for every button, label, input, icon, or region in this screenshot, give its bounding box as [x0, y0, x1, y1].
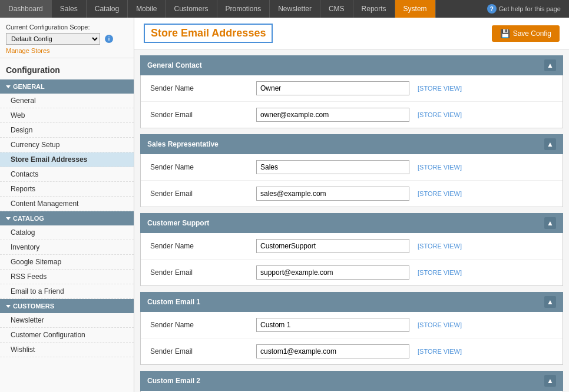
- label-ce1-sender-email: Sender Email: [150, 347, 256, 356]
- section-header-custom-email-1[interactable]: Custom Email 1 ▲: [140, 292, 563, 312]
- general-section-label: GENERAL: [13, 83, 45, 90]
- help-link[interactable]: ? Get help for this page: [479, 0, 569, 18]
- sidebar-item-google-sitemap[interactable]: Google Sitemap: [0, 255, 134, 270]
- nav-sales[interactable]: Sales: [52, 0, 87, 18]
- label-gc-sender-email: Sender Email: [150, 111, 256, 119]
- input-sr-sender-email[interactable]: [256, 187, 409, 201]
- store-view-sr-name[interactable]: [STORE VIEW]: [418, 164, 462, 171]
- label-cs-sender-name: Sender Name: [150, 242, 256, 250]
- help-icon: ?: [487, 4, 497, 14]
- label-ce1-sender-name: Sender Name: [150, 321, 256, 329]
- sidebar-item-contacts[interactable]: Contacts: [0, 167, 134, 182]
- collapse-custom-email-2[interactable]: ▲: [544, 375, 556, 387]
- scope-select[interactable]: Default Config: [6, 33, 100, 45]
- section-header-general-contact[interactable]: General Contact ▲: [140, 55, 563, 75]
- store-view-gc-name[interactable]: [STORE VIEW]: [418, 85, 462, 92]
- field-row-sr-email: Sender Email [STORE VIEW]: [141, 181, 563, 207]
- page-header: Store Email Addresses 💾 Save Config: [134, 18, 569, 49]
- input-cs-sender-name[interactable]: [256, 239, 409, 253]
- nav-promotions[interactable]: Promotions: [217, 0, 270, 18]
- scope-info-icon[interactable]: i: [105, 35, 113, 43]
- nav-system[interactable]: System: [395, 0, 436, 18]
- sidebar-item-design[interactable]: Design: [0, 123, 134, 138]
- input-ce1-sender-email[interactable]: [256, 344, 409, 358]
- sidebar-item-general[interactable]: General: [0, 94, 134, 108]
- config-title: Configuration: [0, 58, 134, 79]
- store-view-cs-name[interactable]: [STORE VIEW]: [418, 242, 462, 250]
- section-title-customer-support: Customer Support: [147, 219, 209, 227]
- sidebar-item-inventory[interactable]: Inventory: [0, 240, 134, 255]
- customers-section-label: CUSTOMERS: [13, 303, 54, 310]
- page-title: Store Email Addresses: [144, 24, 273, 43]
- section-title-custom-email-1: Custom Email 1: [147, 298, 200, 306]
- section-custom-email-1: Custom Email 1 ▲ Sender Name [STORE VIEW…: [140, 292, 563, 365]
- input-cs-sender-email[interactable]: [256, 265, 409, 280]
- sidebar-item-store-email[interactable]: Store Email Addresses: [0, 152, 134, 167]
- field-row-sr-name: Sender Name [STORE VIEW]: [141, 154, 563, 181]
- section-general-contact: General Contact ▲ Sender Name [STORE VIE…: [140, 55, 563, 128]
- nav-newsletter[interactable]: Newsletter: [270, 0, 320, 18]
- customers-arrow-icon: [6, 305, 11, 308]
- nav-reports[interactable]: Reports: [353, 0, 395, 18]
- input-sr-sender-name[interactable]: [256, 160, 409, 174]
- section-body-custom-email-1: Sender Name [STORE VIEW] Sender Email [S…: [140, 312, 563, 365]
- store-view-cs-email[interactable]: [STORE VIEW]: [418, 269, 462, 276]
- sidebar-item-reports[interactable]: Reports: [0, 182, 134, 197]
- label-sr-sender-name: Sender Name: [150, 163, 256, 171]
- field-row-ce1-name: Sender Name [STORE VIEW]: [141, 312, 563, 338]
- collapse-customer-support[interactable]: ▲: [544, 217, 556, 229]
- section-body-sales-rep: Sender Name [STORE VIEW] Sender Email [S…: [140, 154, 563, 207]
- sidebar-section-general[interactable]: GENERAL: [0, 79, 134, 94]
- collapse-general-contact[interactable]: ▲: [544, 59, 556, 71]
- nav-dashboard[interactable]: Dashboard: [0, 0, 52, 18]
- section-header-sales-rep[interactable]: Sales Representative ▲: [140, 134, 563, 154]
- sidebar-item-currency-setup[interactable]: Currency Setup: [0, 138, 134, 152]
- save-config-button[interactable]: 💾 Save Config: [492, 25, 560, 42]
- label-cs-sender-email: Sender Email: [150, 268, 256, 277]
- section-custom-email-2: Custom Email 2 ▲ Sender Name [STORE VIEW…: [140, 371, 563, 392]
- section-title-general-contact: General Contact: [147, 61, 202, 69]
- section-customer-support: Customer Support ▲ Sender Name [STORE VI…: [140, 213, 563, 286]
- nav-mobile[interactable]: Mobile: [128, 0, 166, 18]
- field-row-gc-email: Sender Email [STORE VIEW]: [141, 102, 563, 128]
- sidebar-item-catalog[interactable]: Catalog: [0, 225, 134, 240]
- help-text: Get help for this page: [499, 5, 561, 12]
- store-view-ce1-name[interactable]: [STORE VIEW]: [418, 321, 462, 328]
- collapse-custom-email-1[interactable]: ▲: [544, 296, 556, 308]
- manage-stores-link[interactable]: Manage Stores: [6, 47, 128, 54]
- scope-label: Current Configuration Scope:: [6, 24, 128, 31]
- section-title-custom-email-2: Custom Email 2: [147, 377, 200, 385]
- store-view-sr-email[interactable]: [STORE VIEW]: [418, 190, 462, 197]
- sidebar-item-customer-config[interactable]: Customer Configuration: [0, 328, 134, 343]
- nav-catalog[interactable]: Catalog: [87, 0, 128, 18]
- nav-customers[interactable]: Customers: [166, 0, 217, 18]
- section-sales-rep: Sales Representative ▲ Sender Name [STOR…: [140, 134, 563, 207]
- top-nav: Dashboard Sales Catalog Mobile Customers…: [0, 0, 569, 18]
- save-icon: 💾: [500, 29, 510, 38]
- catalog-section-label: CATALOG: [13, 215, 44, 222]
- section-body-customer-support: Sender Name [STORE VIEW] Sender Email [S…: [140, 233, 563, 286]
- sidebar-section-customers[interactable]: CUSTOMERS: [0, 299, 134, 313]
- store-view-gc-email[interactable]: [STORE VIEW]: [418, 111, 462, 118]
- input-gc-sender-email[interactable]: [256, 108, 409, 122]
- scope-section: Current Configuration Scope: Default Con…: [0, 18, 134, 58]
- field-row-cs-email: Sender Email [STORE VIEW]: [141, 260, 563, 285]
- sidebar-item-content-mgmt[interactable]: Content Management: [0, 197, 134, 211]
- label-gc-sender-name: Sender Name: [150, 84, 256, 92]
- catalog-arrow-icon: [6, 217, 11, 220]
- sidebar-item-rss-feeds[interactable]: RSS Feeds: [0, 270, 134, 284]
- sidebar-item-email-friend[interactable]: Email to a Friend: [0, 284, 134, 299]
- sidebar-item-newsletter[interactable]: Newsletter: [0, 313, 134, 328]
- nav-cms[interactable]: CMS: [320, 0, 353, 18]
- collapse-sales-rep[interactable]: ▲: [544, 138, 556, 150]
- section-header-customer-support[interactable]: Customer Support ▲: [140, 213, 563, 233]
- sidebar-item-web[interactable]: Web: [0, 108, 134, 123]
- store-view-ce1-email[interactable]: [STORE VIEW]: [418, 348, 462, 355]
- sidebar-item-wishlist[interactable]: Wishlist: [0, 343, 134, 357]
- input-ce1-sender-name[interactable]: [256, 318, 409, 332]
- field-row-ce1-email: Sender Email [STORE VIEW]: [141, 338, 563, 364]
- section-header-custom-email-2[interactable]: Custom Email 2 ▲: [140, 371, 563, 391]
- input-gc-sender-name[interactable]: [256, 81, 409, 95]
- general-arrow-icon: [6, 85, 11, 88]
- sidebar-section-catalog[interactable]: CATALOG: [0, 211, 134, 225]
